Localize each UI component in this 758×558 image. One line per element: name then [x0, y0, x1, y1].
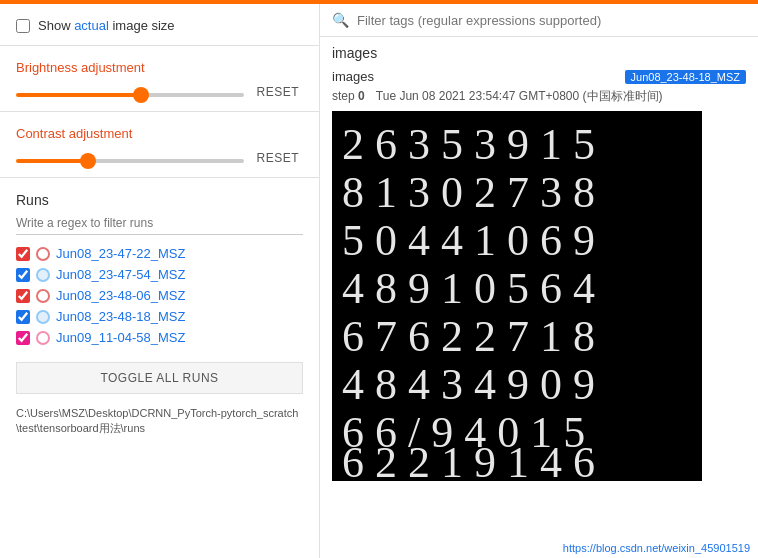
run-label-2[interactable]: Jun08_23-47-54_MSZ: [56, 267, 185, 282]
filter-bar: 🔍: [320, 4, 758, 37]
brightness-slider[interactable]: [16, 93, 244, 97]
svg-text:4 8 9 1 0 5 6 4: 4 8 9 1 0 5 6 4: [342, 264, 595, 313]
run-checkbox-4[interactable]: [16, 310, 30, 324]
run-circle-5: [36, 331, 50, 345]
brightness-label: Brightness adjustment: [16, 60, 303, 75]
runs-title: Runs: [16, 192, 303, 208]
run-circle-4: [36, 310, 50, 324]
show-actual-size-row: Show actual image size: [0, 14, 319, 41]
brightness-section: Brightness adjustment RESET: [0, 50, 319, 107]
svg-text:6 2 2 1 9 1 4 6: 6 2 2 1 9 1 4 6: [342, 438, 595, 481]
main-layout: Show actual image size Brightness adjust…: [0, 4, 758, 558]
svg-text:4 8 4 3 4 9 0 9: 4 8 4 3 4 9 0 9: [342, 360, 595, 409]
bottom-path: C:\Users\MSZ\Desktop\DCRNN_PyTorch-pytor…: [0, 402, 319, 441]
run-item-4[interactable]: Jun08_23-48-18_MSZ: [16, 306, 303, 327]
image-card-meta: step 0 Tue Jun 08 2021 23:54:47 GMT+0800…: [332, 88, 746, 105]
actual-word: actual: [74, 18, 109, 33]
run-checkbox-1[interactable]: [16, 247, 30, 261]
bottom-link[interactable]: https://blog.csdn.net/weixin_45901519: [563, 542, 750, 554]
divider-1: [0, 45, 319, 46]
mnist-image-display: 2 6 3 5 3 9 1 5 8 1 3 0 2 7 3 8 5 0 4 4 …: [332, 111, 702, 481]
run-circle-1: [36, 247, 50, 261]
svg-text:6 7 6 2 2 7 1 8: 6 7 6 2 2 7 1 8: [342, 312, 595, 361]
search-icon: 🔍: [332, 12, 349, 28]
left-panel: Show actual image size Brightness adjust…: [0, 4, 320, 558]
run-circle-2: [36, 268, 50, 282]
image-card-title: images: [332, 69, 374, 84]
run-item-3[interactable]: Jun08_23-48-06_MSZ: [16, 285, 303, 306]
run-item-5[interactable]: Jun09_11-04-58_MSZ: [16, 327, 303, 348]
timestamp: Tue Jun 08 2021 23:54:47 GMT+0800 (中国标准时…: [376, 89, 663, 103]
show-actual-size-checkbox[interactable]: [16, 19, 30, 33]
mnist-svg: 2 6 3 5 3 9 1 5 8 1 3 0 2 7 3 8 5 0 4 4 …: [332, 111, 702, 481]
run-label-4[interactable]: Jun08_23-48-18_MSZ: [56, 309, 185, 324]
brightness-slider-container: [16, 85, 244, 100]
brightness-reset-button[interactable]: RESET: [252, 83, 303, 101]
images-section-title: images: [332, 45, 746, 61]
svg-text:2 6 3 5 3 9 1 5: 2 6 3 5 3 9 1 5: [342, 120, 595, 169]
images-section: images images Jun08_23-48-18_MSZ step 0 …: [320, 37, 758, 554]
run-circle-3: [36, 289, 50, 303]
image-card: images Jun08_23-48-18_MSZ step 0 Tue Jun…: [332, 69, 746, 481]
image-card-header: images Jun08_23-48-18_MSZ: [332, 69, 746, 84]
filter-tags-input[interactable]: [357, 13, 746, 28]
image-card-tag: Jun08_23-48-18_MSZ: [625, 70, 746, 84]
svg-text:5 0 4 4 1 0 6 9: 5 0 4 4 1 0 6 9: [342, 216, 595, 265]
run-label-1[interactable]: Jun08_23-47-22_MSZ: [56, 246, 185, 261]
run-checkbox-2[interactable]: [16, 268, 30, 282]
contrast-slider-row: RESET: [16, 149, 303, 167]
run-item-1[interactable]: Jun08_23-47-22_MSZ: [16, 243, 303, 264]
step-value: 0: [358, 89, 365, 103]
run-checkbox-5[interactable]: [16, 331, 30, 345]
run-item-2[interactable]: Jun08_23-47-54_MSZ: [16, 264, 303, 285]
run-checkbox-3[interactable]: [16, 289, 30, 303]
divider-3: [0, 177, 319, 178]
brightness-slider-row: RESET: [16, 83, 303, 101]
step-label: step 0: [332, 89, 365, 103]
contrast-label: Contrast adjustment: [16, 126, 303, 141]
contrast-slider[interactable]: [16, 159, 244, 163]
runs-section: Runs Jun08_23-47-22_MSZ Jun08_23-47-54_M…: [0, 182, 319, 354]
show-actual-size-label: Show actual image size: [38, 18, 175, 33]
divider-2: [0, 111, 319, 112]
right-panel: 🔍 images images Jun08_23-48-18_MSZ step …: [320, 4, 758, 558]
toggle-all-runs-button[interactable]: TOGGLE ALL RUNS: [16, 362, 303, 394]
contrast-reset-button[interactable]: RESET: [252, 149, 303, 167]
run-label-3[interactable]: Jun08_23-48-06_MSZ: [56, 288, 185, 303]
contrast-section: Contrast adjustment RESET: [0, 116, 319, 173]
contrast-slider-container: [16, 151, 244, 166]
runs-filter-input[interactable]: [16, 212, 303, 235]
svg-text:8 1 3 0 2 7 3 8: 8 1 3 0 2 7 3 8: [342, 168, 595, 217]
run-label-5[interactable]: Jun09_11-04-58_MSZ: [56, 330, 185, 345]
